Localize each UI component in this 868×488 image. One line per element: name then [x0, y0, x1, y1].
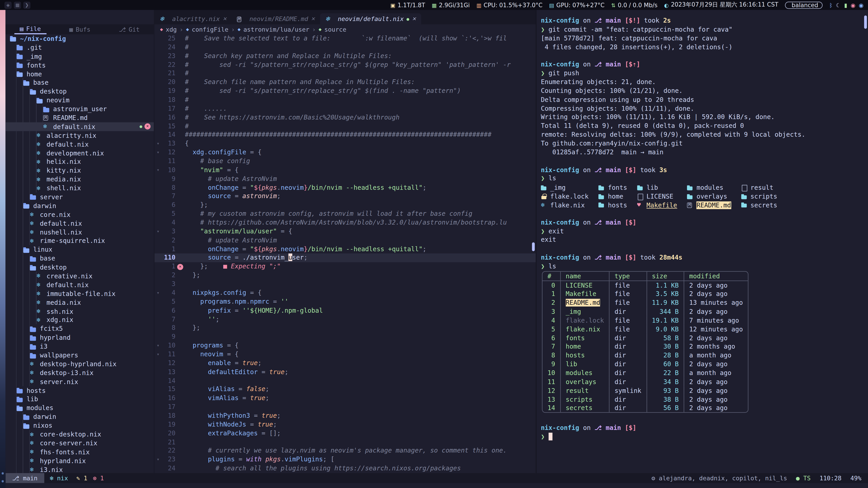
editor-line[interactable]: 15 viAlias = false; [154, 385, 536, 394]
explorer-tab[interactable]: ▦ Bufs [64, 24, 96, 34]
tree-item[interactable]: neovim [5, 96, 154, 105]
tab-close-button[interactable] [311, 16, 315, 22]
fold-marker[interactable]: ▾ [154, 140, 162, 149]
clock[interactable]: ◐ 2023年07月29日 星期六 16:16:11 CST [664, 1, 778, 9]
breadcrumb-item[interactable]: configFile › [186, 26, 235, 33]
editor-line[interactable]: 3 [154, 280, 536, 289]
editor-line[interactable]: 8 }; [154, 324, 536, 333]
fold-marker[interactable] [154, 105, 162, 113]
editor-line[interactable]: 17 [154, 403, 536, 412]
tree-item[interactable]: xdg.nix [5, 316, 154, 324]
ls-entry[interactable]: home [598, 192, 627, 201]
tree-item[interactable]: hosts [5, 386, 154, 395]
ls-entry[interactable]: modules [687, 183, 731, 192]
tree-item[interactable]: hyprland [5, 333, 154, 342]
editor-line[interactable]: 24 # search all the plugins using https:… [154, 464, 536, 473]
editor-line[interactable]: 2 # update AstroNvim [154, 236, 536, 245]
tree-item[interactable]: README.md [5, 113, 154, 122]
tree-item[interactable]: core.nix [5, 210, 154, 219]
fold-marker[interactable] [154, 201, 162, 210]
power-profile[interactable]: balanced [785, 1, 823, 8]
tree-item[interactable]: core-desktop.nix [5, 430, 154, 439]
tree-item[interactable]: alacritty.nix [5, 131, 154, 140]
fold-marker[interactable] [154, 157, 162, 166]
fold-marker[interactable] [154, 420, 162, 429]
network-speed[interactable]: ⇅ 0.0 / 0.0 Mb/s [611, 2, 657, 8]
fold-marker[interactable] [154, 263, 162, 271]
editor-line[interactable]: ▾ 23 plugins = with pkgs.vimPlugins; [ [154, 455, 536, 464]
scroll-percent[interactable]: 49% [846, 473, 868, 483]
filetype[interactable]: ❄ nix [44, 473, 73, 483]
tree-item[interactable]: development.nix [5, 149, 154, 158]
editor-line[interactable]: 20 extraPackages = []; [154, 429, 536, 438]
editor-line[interactable]: 22 # currently we use lazy.nvim as neovi… [154, 447, 536, 455]
fold-marker[interactable] [154, 78, 162, 87]
explorer-tab[interactable]: ▤ File [14, 24, 46, 34]
editor-line[interactable]: 6 }; [154, 201, 536, 210]
code-area[interactable]: 25 # Save the selected text to a file: `… [154, 34, 536, 473]
terminal-scrollbar-thumb[interactable] [864, 15, 867, 29]
ls-entry[interactable]: secrets [741, 201, 777, 210]
tree-item[interactable]: desktop [5, 263, 154, 272]
fold-marker[interactable] [154, 271, 162, 280]
editor-line[interactable]: 5 # my cusotom astronvim config, astronv… [154, 210, 536, 219]
tray-app-icon[interactable]: ◉ [859, 2, 864, 8]
tab-close-button[interactable] [223, 16, 227, 22]
tab-close-button[interactable] [412, 16, 416, 22]
fold-marker[interactable] [154, 43, 162, 52]
fold-marker[interactable] [154, 131, 162, 140]
workspaces-button[interactable]: ▦ [14, 1, 21, 8]
fold-marker[interactable] [154, 359, 162, 368]
editor-line[interactable]: ▾ 13 { [154, 140, 536, 149]
tree-item[interactable]: base [5, 78, 154, 87]
tree-item[interactable]: rime-squirrel.nix [5, 236, 154, 246]
tree-item[interactable]: default.nix [5, 219, 154, 228]
editor-line[interactable]: ▾ 11 neovim = { [154, 350, 536, 359]
editor-tab[interactable]: alacritty.nix [154, 13, 232, 24]
tree-item[interactable]: creative.nix [5, 272, 154, 281]
editor-line[interactable]: 7 source = astronvim; [154, 192, 536, 201]
tree-item[interactable]: _img [5, 52, 154, 61]
ls-entry[interactable]: flake.nix [541, 201, 589, 210]
tree-item[interactable]: desktop-i3.nix [5, 368, 154, 377]
fold-marker[interactable] [154, 280, 162, 289]
editor-line[interactable]: 14 #####################################… [154, 131, 536, 140]
editor-line[interactable]: 7 ''; [154, 315, 536, 324]
tree-item[interactable]: i3 [5, 342, 154, 351]
editor-line[interactable]: 16 # See https://astronvim.com/Basic%20U… [154, 113, 536, 122]
treesitter-status[interactable]: ● TS [792, 473, 815, 483]
fold-marker[interactable] [154, 69, 162, 78]
fold-marker[interactable] [154, 96, 162, 105]
tree-item[interactable]: media.nix [5, 298, 154, 307]
fold-marker[interactable] [154, 297, 162, 306]
tree-item[interactable]: server.nix [5, 377, 154, 386]
editor-line[interactable]: 9 # update AstroNvim [154, 175, 536, 184]
fold-marker[interactable]: ▾ [154, 227, 162, 236]
tree-item[interactable]: hyprland.nix [5, 456, 154, 465]
tree-item[interactable]: immutable-file.nix [5, 289, 154, 298]
editor-line[interactable]: ▾ 3 "astronvim/lua/user" = { [154, 227, 536, 236]
do-not-disturb-icon[interactable]: ☾ [836, 2, 841, 8]
editor-line[interactable]: 9 [154, 332, 536, 341]
editor-line[interactable]: 22 # sed -ri "s/pattern_str/replace_str/… [154, 61, 536, 69]
fold-marker[interactable] [154, 447, 162, 455]
tree-item[interactable]: wallpapers [5, 351, 154, 360]
editor-line[interactable]: 17 # ...... [154, 105, 536, 113]
ls-entry[interactable]: overlays [687, 192, 731, 201]
fold-marker[interactable] [154, 394, 162, 403]
fold-marker[interactable] [154, 315, 162, 324]
breadcrumb-item[interactable]: xdg › [160, 26, 183, 33]
tree-item[interactable]: kitty.nix [5, 166, 154, 175]
ls-entry[interactable]: lib [637, 183, 677, 192]
fold-marker[interactable] [154, 192, 162, 201]
fold-marker[interactable] [154, 306, 162, 315]
terminal-button[interactable]: ❯ [23, 1, 31, 8]
fold-marker[interactable] [154, 87, 162, 96]
fold-marker[interactable] [154, 34, 162, 43]
terminal-pane[interactable]: nix-config on ⎇ main [$!] took 2s❯ git c… [536, 10, 868, 473]
cursor-position[interactable]: 110:28 [815, 473, 846, 483]
fold-marker[interactable]: ▾ [154, 289, 162, 297]
tree-item[interactable]: nushell.nix [5, 228, 154, 236]
breadcrumb-item[interactable]: source [318, 26, 346, 33]
editor-line[interactable]: ▾ 12 xdg.configFile = { [154, 149, 536, 157]
